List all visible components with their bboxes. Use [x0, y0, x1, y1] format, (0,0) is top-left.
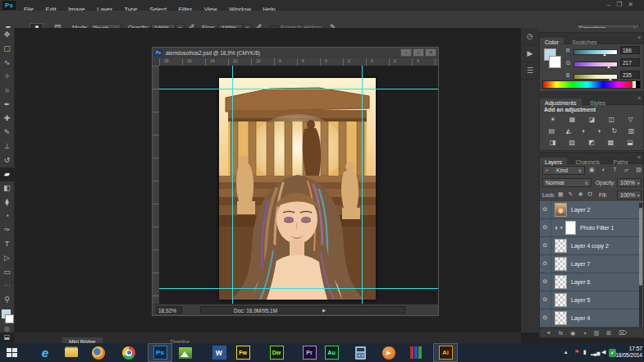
taskbar-photoshop[interactable]: Ps: [148, 343, 172, 362]
filter-pixel-layers-icon[interactable]: ▣: [589, 167, 595, 173]
volume-icon[interactable]: ◀: [601, 349, 605, 355]
red-slider-thumb[interactable]: [603, 53, 606, 56]
layers-scrollbar[interactable]: [639, 203, 642, 327]
path-selection-tool[interactable]: ▷: [0, 251, 14, 265]
app-close-button[interactable]: ✕: [628, 1, 639, 8]
document-canvas[interactable]: [159, 66, 438, 305]
layer-name[interactable]: Layer 7: [571, 261, 590, 267]
layer-thumbnail[interactable]: [555, 275, 567, 289]
hue-saturation-icon[interactable]: ▤: [549, 127, 555, 135]
new-layer-icon[interactable]: ⊞: [606, 330, 611, 337]
hand-tool[interactable]: ☜: [0, 279, 14, 293]
lasso-tool[interactable]: ∿: [0, 56, 14, 70]
filter-type-layers-icon[interactable]: T: [613, 167, 616, 173]
color-background-swatch[interactable]: [549, 56, 561, 68]
layer-name[interactable]: Layer 4 copy 2: [571, 243, 609, 249]
selective-color-icon[interactable]: ⬓: [627, 139, 633, 146]
layer-fill-field[interactable]: 100% ▾: [617, 190, 642, 199]
type-tool[interactable]: T: [0, 237, 14, 251]
layer-row-layer-4[interactable]: ⊙ Layer 4: [540, 309, 643, 328]
delete-layer-icon[interactable]: ⌦: [619, 330, 627, 337]
mask-link-icon[interactable]: ⚭: [559, 226, 564, 230]
layer-row-layer-6[interactable]: ⊙ Layer 6: [540, 273, 643, 291]
eyedropper-tool[interactable]: ✒: [0, 98, 14, 112]
color-spectrum-ramp[interactable]: [542, 80, 641, 89]
network-icon[interactable]: ▂▄▆: [591, 351, 600, 355]
gradient-map-icon[interactable]: ▩: [608, 139, 614, 146]
threshold-icon[interactable]: ◩: [588, 139, 595, 146]
red-value[interactable]: 186: [620, 46, 640, 54]
actions-panel-icon[interactable]: ▶: [521, 45, 539, 62]
taskbar-media-player[interactable]: ▶: [379, 343, 399, 362]
visibility-eye-icon[interactable]: ⊙: [540, 309, 551, 327]
red-slider[interactable]: [573, 49, 618, 55]
gradient-tool[interactable]: ◧: [0, 181, 14, 195]
visibility-eye-icon[interactable]: ⊙: [540, 237, 551, 254]
taskbar-illustrator[interactable]: Ai: [433, 343, 458, 362]
battery-icon[interactable]: ▮: [583, 349, 587, 355]
crop-tool[interactable]: ⌗: [0, 84, 14, 98]
green-slider-thumb[interactable]: [607, 66, 610, 68]
app-restore-button[interactable]: ❐: [616, 1, 628, 8]
doc-maximize-button[interactable]: □: [413, 48, 424, 57]
quick-mask-button[interactable]: ◎: [0, 325, 14, 332]
panel-menu-icon[interactable]: ≡: [637, 34, 641, 40]
dodge-tool[interactable]: ◔: [0, 209, 14, 223]
layer-name[interactable]: Layer 6: [571, 279, 590, 285]
layer-row-layer-7[interactable]: ⊙ Layer 7: [540, 255, 643, 273]
curves-icon[interactable]: ◪: [589, 116, 596, 123]
visibility-eye-icon[interactable]: ⊙: [540, 201, 551, 218]
screen-mode-button[interactable]: ⬓: [0, 333, 14, 341]
move-tool[interactable]: ✥: [0, 28, 14, 42]
tab-color[interactable]: Color: [540, 38, 564, 48]
visibility-eye-icon[interactable]: ⊙: [540, 291, 551, 309]
panel-menu-icon[interactable]: ≡: [637, 154, 641, 160]
layer-thumbnail[interactable]: [555, 293, 567, 307]
zoom-tool[interactable]: ⚲: [0, 293, 14, 307]
shape-tool[interactable]: ▭: [0, 265, 14, 279]
channel-mixer-icon[interactable]: ↻: [612, 127, 618, 135]
new-adjustment-layer-icon[interactable]: ◑: [582, 330, 586, 336]
adjustment-layer-icon[interactable]: ◑: [554, 224, 558, 231]
doc-minimize-button[interactable]: –: [400, 48, 412, 57]
visibility-eye-icon[interactable]: ⊙: [540, 273, 551, 291]
filter-smart-objects-icon[interactable]: ▨: [636, 167, 642, 173]
lock-position-icon[interactable]: ✥: [578, 191, 583, 198]
properties-panel-icon[interactable]: ☰: [521, 62, 539, 80]
photo-filter-icon[interactable]: ◑: [596, 127, 601, 135]
visibility-eye-icon[interactable]: ⊙: [540, 255, 551, 273]
scrollbar-thumb[interactable]: [639, 208, 642, 286]
layer-opacity-field[interactable]: 100% ▾: [617, 178, 642, 187]
brightness-contrast-icon[interactable]: ☀: [550, 116, 555, 123]
taskbar-picture-manager[interactable]: [176, 343, 195, 362]
lock-transparency-icon[interactable]: ▦: [558, 191, 564, 198]
layer-mask-thumbnail[interactable]: [565, 221, 576, 235]
layer-effects-icon[interactable]: fx: [559, 330, 563, 336]
show-hidden-icons[interactable]: ▴: [564, 349, 568, 355]
healing-brush-tool[interactable]: ✚: [0, 112, 14, 126]
layer-name[interactable]: Layer 2: [571, 207, 590, 213]
layer-filter-kind-dropdown[interactable]: ⌕ Kind ⇅: [542, 166, 585, 175]
doc-close-button[interactable]: ✕: [425, 48, 436, 57]
pen-tool[interactable]: ✑: [0, 223, 14, 237]
levels-icon[interactable]: ▦: [569, 116, 576, 123]
layer-row-layer-4-copy-2[interactable]: ⊙ Layer 4 copy 2: [540, 237, 643, 255]
taskbar-file-explorer[interactable]: [62, 343, 81, 362]
color-balance-icon[interactable]: ◭: [566, 127, 571, 135]
taskbar-audition[interactable]: Au: [322, 343, 341, 362]
zoom-level-field[interactable]: 18,92%: [156, 306, 182, 314]
taskbar-internet-explorer[interactable]: e: [35, 343, 55, 362]
layer-row-layer-5[interactable]: ⊙ Layer 5: [540, 291, 643, 309]
layer-name[interactable]: Layer 4: [571, 315, 590, 321]
taskbar-word[interactable]: w: [209, 343, 229, 362]
taskbar-calculator[interactable]: [350, 343, 370, 362]
app-minimize-button[interactable]: –: [607, 1, 616, 8]
taskbar-chrome[interactable]: [119, 343, 139, 362]
layer-name[interactable]: Layer 5: [571, 297, 590, 303]
status-options-icon[interactable]: ▶: [322, 307, 326, 314]
layer-thumbnail[interactable]: [555, 203, 567, 217]
green-value[interactable]: 217: [620, 58, 640, 66]
black-and-white-icon[interactable]: ◐: [582, 127, 586, 135]
document-info-field[interactable]: Doc: 16,9M/95,1M ▶: [200, 306, 405, 314]
document-title-bar[interactable]: Ps alemdosolhos2.psd @ 18,9% (CMYK/8) – …: [153, 48, 438, 59]
